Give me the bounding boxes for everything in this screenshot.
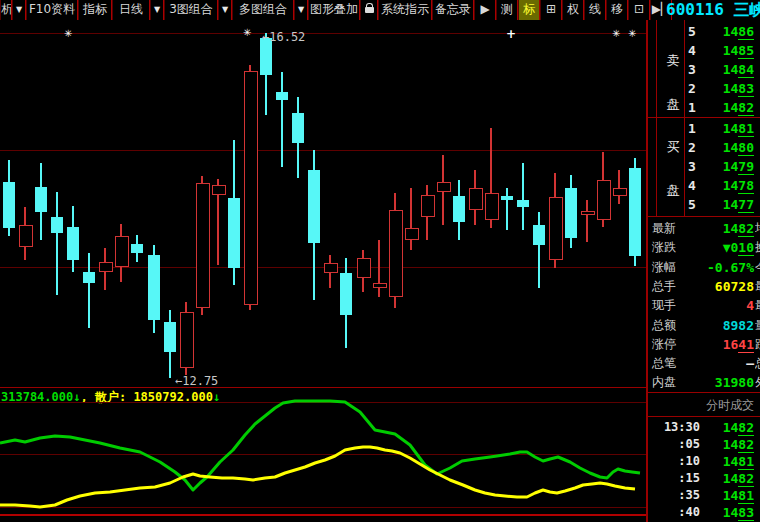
ask-row[interactable]: 21483	[648, 79, 760, 98]
ask-row[interactable]: 41485	[648, 41, 760, 60]
clipped-column: 均	[755, 219, 760, 238]
candle-body	[276, 92, 288, 100]
bid-row[interactable]: 21480	[648, 138, 760, 157]
candle-body	[196, 183, 210, 308]
candle-body	[67, 227, 79, 260]
bid-row[interactable]: 11481	[648, 119, 760, 138]
toolbar-button-测[interactable]: 测	[496, 0, 518, 20]
ask-price: 1485	[723, 41, 754, 60]
tick-row: :051482	[648, 436, 760, 453]
gridline	[0, 150, 646, 151]
tick-time: :10	[678, 453, 700, 470]
candle-body	[99, 262, 113, 272]
candle-body	[453, 196, 465, 222]
candle-body	[3, 182, 15, 228]
toolbar-button-3图组合[interactable]: 3图组合	[164, 0, 218, 20]
toolbar-button-日线[interactable]: 日线	[112, 0, 150, 20]
candle-body	[340, 273, 352, 315]
stat-value: —	[746, 354, 754, 373]
ask-price: 1484	[723, 60, 754, 79]
toolbar-button-⊞[interactable]: ⊞	[540, 0, 562, 20]
dropdown-arrow-icon[interactable]: ▼	[218, 0, 232, 20]
gridline	[0, 267, 646, 268]
toolbar-button-备忘录[interactable]: 备忘录	[432, 0, 474, 20]
stat-row: 总额8982量	[648, 316, 760, 335]
toolbar-button-⊡[interactable]: ⊡	[628, 0, 650, 20]
tick-price: 1482	[723, 436, 754, 453]
tick-row: :101481	[648, 453, 760, 470]
stat-value: -0.67%	[707, 258, 754, 277]
indicator-panel[interactable]: 313784.000↓, 散户: 1850792.000↓	[0, 388, 646, 522]
toolbar-button-指标[interactable]: 指标	[78, 0, 112, 20]
stat-label: 总手	[652, 277, 676, 296]
tick-row: :401483	[648, 504, 760, 521]
candle-body	[148, 255, 160, 320]
tick-price: 1481	[723, 487, 754, 504]
candle-wick	[506, 188, 508, 230]
stat-value: 8982	[723, 316, 754, 335]
stat-label: 现手	[652, 296, 676, 315]
stat-value: 60728	[715, 277, 754, 296]
tick-time: :40	[678, 504, 700, 521]
stat-value: 4	[746, 296, 754, 315]
candle-body	[533, 225, 545, 245]
candle-body	[581, 211, 595, 215]
retail-line	[0, 447, 635, 507]
stat-label: 总笔	[652, 354, 676, 373]
bid-price: 1479	[723, 157, 754, 176]
stock-name: 三峡水利	[733, 0, 760, 19]
clipped-column: 最	[755, 277, 760, 296]
lock-icon	[365, 7, 374, 13]
toolbar-button-析[interactable]: 析	[0, 0, 12, 20]
stock-code: 600116	[666, 0, 724, 19]
bid-row[interactable]: 31479	[648, 157, 760, 176]
trading-terminal-window: 析▼F10资料指标日线▼3图组合▼多图组合▼图形叠加系统指示备忘录▶测标⊞权线移…	[0, 0, 760, 522]
ask-level: 3	[688, 60, 696, 79]
tick-time: 13:30	[664, 419, 700, 436]
toolbar-button-F10资料[interactable]: F10资料	[26, 0, 78, 20]
toolbar-button-▶[interactable]: ▶	[474, 0, 496, 20]
candle-body	[501, 196, 513, 200]
panel-divider	[648, 216, 760, 217]
candle-wick	[378, 240, 380, 297]
candle-body	[83, 272, 95, 283]
toolbar-button-图形叠加[interactable]: 图形叠加	[308, 0, 360, 20]
ask-row[interactable]: 11482	[648, 98, 760, 117]
bid-level: 2	[688, 138, 696, 157]
candle-wick	[618, 170, 620, 204]
gridline	[0, 33, 646, 34]
toolbar-button-标[interactable]: 标	[518, 0, 540, 20]
tick-time: :05	[678, 436, 700, 453]
clipped-column: 总	[755, 354, 760, 373]
dropdown-arrow-icon[interactable]: ▼	[12, 0, 26, 20]
bid-row[interactable]: 51477	[648, 195, 760, 214]
ask-row[interactable]: 51486	[648, 22, 760, 41]
toolbar-button-多图组合[interactable]: 多图组合	[232, 0, 294, 20]
star-marker-icon: ✳	[64, 29, 72, 39]
candle-wick	[88, 253, 90, 328]
toolbar-button-线[interactable]: 线	[584, 0, 606, 20]
price-annotation: ←16.52	[262, 31, 305, 43]
stat-row: 涨跌▼010换	[648, 238, 760, 257]
candlestick-chart[interactable]: ✳✳+✳✳←16.52←12.75	[0, 20, 646, 388]
candle-wick	[522, 163, 524, 230]
stat-value: ▼010	[723, 238, 754, 257]
stat-label: 最新	[652, 219, 676, 238]
ask-row[interactable]: 31484	[648, 60, 760, 79]
candle-wick	[410, 188, 412, 250]
dropdown-arrow-icon[interactable]: ▼	[150, 0, 164, 20]
toolbar-button-系统指示[interactable]: 系统指示	[378, 0, 432, 20]
ask-level: 2	[688, 79, 696, 98]
bid-level: 1	[688, 119, 696, 138]
toolbar-button-移[interactable]: 移	[606, 0, 628, 20]
candle-body	[164, 322, 176, 352]
candle-body	[629, 168, 641, 256]
toolbar-button-权[interactable]: 权	[562, 0, 584, 20]
candle-body	[212, 185, 226, 195]
bid-row[interactable]: 41478	[648, 176, 760, 195]
stat-value: 31980	[715, 373, 754, 392]
lock-button[interactable]	[360, 0, 378, 20]
quote-panel: 分时成交 卖盘买盘5148641485314842148311482114812…	[648, 20, 760, 522]
candle-body	[308, 170, 320, 243]
dropdown-arrow-icon[interactable]: ▼	[294, 0, 308, 20]
